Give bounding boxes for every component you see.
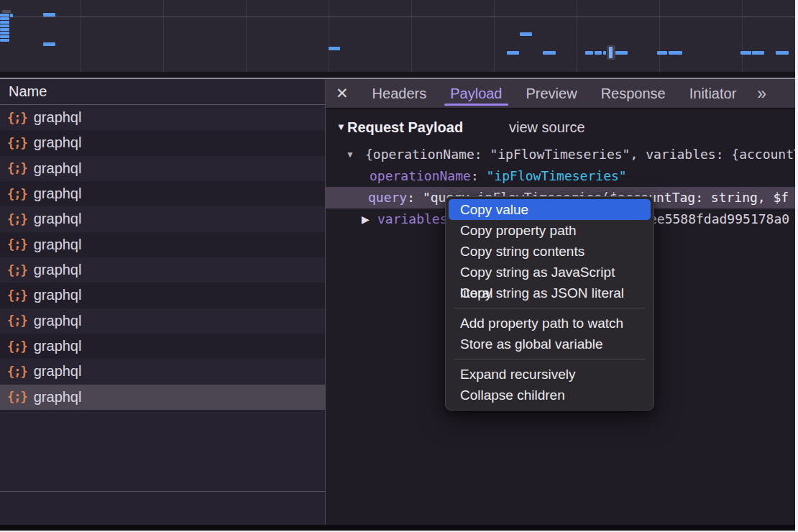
json-braces-icon: {;}: [7, 339, 27, 354]
selected-request-marker-bar: [609, 47, 613, 58]
menu-item-copy-value[interactable]: Copy value: [449, 199, 651, 220]
grid-line: [81, 0, 81, 72]
colon: :: [407, 190, 415, 205]
request-timing-bar: [657, 51, 667, 55]
request-timing-bar: [595, 51, 602, 55]
more-tabs-chevron-icon[interactable]: »: [753, 79, 771, 108]
json-braces-icon: {;}: [7, 237, 27, 252]
screenshot-right-edge: [795, 0, 798, 532]
request-timing-bar: [615, 51, 628, 55]
json-braces-icon: {;}: [7, 390, 27, 404]
request-row[interactable]: {;}graphql: [0, 359, 325, 384]
request-timing-bar: [0, 35, 9, 38]
property-value: "ipFlowTimeseries": [487, 168, 627, 183]
property-key: variables: [377, 211, 448, 226]
network-overview-waterfall[interactable]: [0, 0, 798, 72]
object-preview-text: {operationName: "ipFlowTimeseries", vari…: [365, 144, 798, 165]
request-name: graphql: [34, 262, 82, 278]
menu-item-copy-string-contents[interactable]: Copy string contents: [449, 241, 651, 262]
window-bottom-bar: [0, 525, 798, 531]
request-timing-bar: [507, 51, 519, 55]
json-braces-icon: {;}: [7, 111, 27, 125]
request-name: graphql: [34, 389, 82, 405]
request-timing-bar: [752, 51, 764, 55]
request-name: graphql: [34, 313, 82, 329]
request-row[interactable]: {;}graphql: [0, 308, 325, 334]
grid-line: [577, 0, 577, 72]
request-name: graphql: [34, 211, 82, 227]
tab-payload[interactable]: Payload: [443, 79, 509, 108]
json-braces-icon: {;}: [7, 187, 27, 201]
request-name: graphql: [34, 237, 82, 253]
request-row[interactable]: {;}graphql: [0, 257, 325, 283]
menu-item-expand-recursively[interactable]: Expand recursively: [449, 364, 651, 385]
grid-line: [742, 0, 743, 72]
request-name: graphql: [34, 185, 82, 202]
request-name: graphql: [34, 134, 82, 151]
request-row[interactable]: {;}graphql: [0, 385, 325, 410]
section-twisty-icon[interactable]: ▼: [336, 115, 346, 139]
menu-item-copy-string-as-json-literal[interactable]: Copy string as JSON literal: [449, 283, 651, 303]
menu-item-store-as-global-variable[interactable]: Store as global variable: [449, 334, 651, 354]
request-row[interactable]: {;}graphql: [0, 181, 325, 206]
json-braces-icon: {;}: [7, 288, 27, 303]
json-braces-icon: {;}: [7, 212, 27, 226]
json-braces-icon: {;}: [7, 136, 27, 150]
request-timing-bar: [0, 28, 9, 31]
tab-headers[interactable]: Headers: [365, 79, 434, 108]
request-name: graphql: [34, 109, 82, 126]
grid-line: [494, 0, 495, 72]
tabs: HeadersPayloadPreviewResponseInitiator: [365, 79, 753, 108]
request-row[interactable]: {;}graphql: [0, 130, 325, 155]
menu-item-copy-property-path[interactable]: Copy property path: [449, 220, 651, 241]
request-timing-bar: [43, 13, 55, 17]
request-timing-bar: [43, 42, 55, 46]
context-menu: Copy valueCopy property pathCopy string …: [445, 196, 654, 411]
tab-preview[interactable]: Preview: [519, 79, 584, 108]
tab-response[interactable]: Response: [594, 79, 673, 108]
twisty-collapsed-icon[interactable]: ▶: [362, 208, 370, 230]
menu-separator: [454, 359, 645, 359]
menu-item-add-property-path-to-watch[interactable]: Add property path to watch: [449, 313, 651, 334]
grid-line: [659, 0, 660, 72]
request-list: {;}graphql{;}graphql{;}graphql{;}graphql…: [0, 105, 325, 410]
request-timing-bar: [0, 14, 9, 17]
grid-line: [246, 0, 247, 72]
request-row[interactable]: {;}graphql: [0, 206, 325, 231]
request-timing-bar: [740, 51, 751, 55]
menu-item-collapse-children[interactable]: Collapse children: [449, 385, 651, 405]
request-name: graphql: [34, 338, 82, 354]
request-timing-bar: [0, 32, 9, 35]
operation-name-row[interactable]: operationName: "ipFlowTimeseries": [326, 165, 798, 187]
detail-tab-bar: ✕ HeadersPayloadPreviewResponseInitiator…: [326, 79, 798, 109]
request-timing-bar: [585, 51, 593, 55]
close-icon[interactable]: ✕: [336, 79, 349, 108]
tab-initiator[interactable]: Initiator: [682, 79, 744, 108]
request-row[interactable]: {;}graphql: [0, 105, 325, 130]
request-row[interactable]: {;}graphql: [0, 156, 325, 181]
request-name: graphql: [34, 287, 82, 303]
grid-line: [329, 0, 329, 72]
payload-root-row[interactable]: ▼ {operationName: "ipFlowTimeseries", va…: [326, 144, 798, 165]
request-name: graphql: [34, 160, 82, 177]
name-column-header[interactable]: Name: [0, 79, 325, 105]
view-source-link[interactable]: view source: [509, 115, 585, 139]
waterfall-bottom-strip: [0, 72, 798, 78]
section-title: Request Payload: [347, 115, 463, 139]
property-key: operationName: [370, 168, 471, 183]
request-timing-bar: [669, 51, 682, 55]
json-braces-icon: {;}: [7, 364, 27, 379]
request-row[interactable]: {;}graphql: [0, 334, 325, 359]
twisty-open-icon[interactable]: ▼: [346, 144, 354, 165]
request-timing-bar: [776, 51, 789, 55]
request-timing-bar: [10, 14, 13, 17]
menu-item-copy-string-as-javascript-literal[interactable]: Copy string as JavaScript literal: [449, 262, 651, 283]
request-payload-section: ▼ Request Payload view source: [326, 115, 798, 139]
request-timing-bar: [0, 21, 9, 24]
request-row[interactable]: {;}graphql: [0, 232, 325, 257]
colon: :: [471, 168, 479, 183]
request-timing-bar: [0, 17, 9, 20]
request-timing-bar: [543, 51, 556, 55]
pending-request-bar: [2, 10, 11, 13]
request-row[interactable]: {;}graphql: [0, 283, 325, 308]
